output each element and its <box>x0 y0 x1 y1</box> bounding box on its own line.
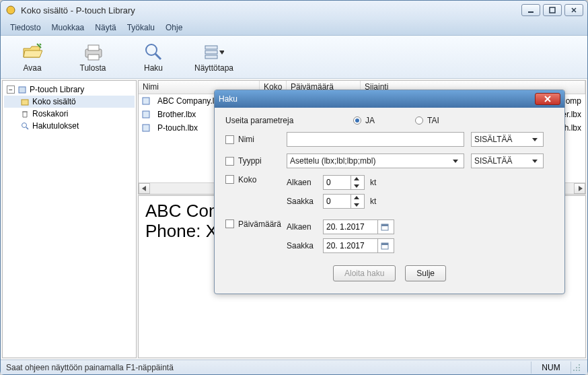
radio-or[interactable]: TAI <box>415 116 439 125</box>
menubar: Tiedosto Muokkaa Näytä Työkalu Ohje <box>1 20 587 36</box>
date-checkbox[interactable] <box>225 219 234 228</box>
type-op-value: SISÄLTÄÄ <box>474 156 512 166</box>
svg-rect-41 <box>381 243 388 245</box>
size-from-spin[interactable] <box>323 175 365 190</box>
date-subrows: Alkaen Saakka <box>287 219 394 257</box>
svg-rect-19 <box>143 111 149 118</box>
toolbar-search[interactable]: Haku <box>130 42 177 73</box>
tree-all-contents[interactable]: Koko sisältö <box>4 96 135 108</box>
name-label: Nimi <box>238 135 287 144</box>
date-to-row: Saakka <box>287 238 394 253</box>
logic-radio-group: JA TAI <box>353 116 439 125</box>
chevron-down-icon <box>352 182 361 189</box>
date-label: Päivämäärä <box>238 219 287 229</box>
spin-arrows[interactable] <box>351 176 361 189</box>
close-button[interactable] <box>564 4 583 16</box>
tree-results-label: Hakutulokset <box>32 121 79 131</box>
dialog-body: Useita parametreja JA TAI Nimi SISÄLTÄÄ <box>215 108 564 294</box>
multi-params-label: Useita parametreja <box>225 116 353 125</box>
date-to-input[interactable] <box>323 238 394 253</box>
dialog-close-button[interactable] <box>535 93 560 105</box>
tree-root[interactable]: − P-touch Library <box>4 83 135 96</box>
date-from-input[interactable] <box>323 219 394 234</box>
spin-arrows[interactable] <box>351 195 361 208</box>
menu-view[interactable]: Näytä <box>89 22 121 34</box>
start-search-button[interactable]: Aloita haku <box>333 265 396 281</box>
search-dialog: Haku Useita parametreja JA TAI Nimi <box>214 90 565 294</box>
toolbar-search-label: Haku <box>144 63 163 73</box>
svg-rect-6 <box>88 45 99 50</box>
date-to-field[interactable] <box>326 240 377 252</box>
open-folder-icon <box>22 42 42 62</box>
svg-rect-15 <box>22 100 28 105</box>
svg-point-27 <box>576 370 577 371</box>
date-row: Päivämäärä Alkaen Saakka <box>225 219 554 257</box>
type-label: Tyyppi <box>238 156 287 166</box>
toolbar: Avaa Tulosta Haku Näyttötapa <box>1 36 587 79</box>
svg-rect-11 <box>205 50 217 54</box>
svg-rect-14 <box>19 87 26 93</box>
status-num: NUM <box>531 362 571 374</box>
size-to-unit: kt <box>370 197 376 206</box>
date-from-field[interactable] <box>326 221 377 233</box>
name-checkbox[interactable] <box>225 135 234 144</box>
radio-and[interactable]: JA <box>353 116 375 125</box>
svg-line-17 <box>26 127 28 129</box>
name-op-value: SISÄLTÄÄ <box>474 135 512 144</box>
size-to-input[interactable] <box>326 195 351 207</box>
type-combo[interactable]: Asettelu (lbx;lbl;lbp;mbl) <box>287 154 464 168</box>
tree-results[interactable]: Hakutulokset <box>4 120 135 132</box>
name-op-combo[interactable]: SISÄLTÄÄ <box>471 132 544 147</box>
svg-marker-13 <box>219 50 224 55</box>
file-icon <box>141 96 151 106</box>
menu-file[interactable]: Tiedosto <box>5 22 46 34</box>
svg-marker-21 <box>142 186 146 191</box>
chevron-up-icon <box>352 176 361 182</box>
toolbar-open[interactable]: Avaa <box>9 42 56 73</box>
menu-tools[interactable]: Työkalu <box>122 22 160 34</box>
titlebar: Koko sisältö - P-touch Library <box>1 1 587 20</box>
date-from-label: Alkaen <box>287 222 318 232</box>
toolbar-viewmode[interactable]: Näyttötapa <box>190 42 237 73</box>
svg-rect-2 <box>550 7 555 13</box>
svg-rect-1 <box>528 11 534 13</box>
resize-grip-icon[interactable] <box>571 362 582 373</box>
chevron-down-icon <box>219 44 224 60</box>
type-value: Asettelu (lbx;lbl;lbp;mbl) <box>290 156 375 166</box>
tree-root-label: P-touch Library <box>30 85 84 94</box>
scroll-right-icon[interactable] <box>574 183 585 194</box>
collapse-icon[interactable]: − <box>7 86 15 94</box>
type-checkbox[interactable] <box>225 157 234 166</box>
close-icon <box>544 96 552 102</box>
name-input[interactable] <box>287 132 464 147</box>
scroll-left-icon[interactable] <box>139 183 150 194</box>
size-checkbox[interactable] <box>225 175 234 184</box>
tree-trash-label: Roskakori <box>32 109 68 118</box>
size-to-spin[interactable] <box>323 194 365 209</box>
tree-panel[interactable]: − P-touch Library Koko sisältö Roskakori… <box>2 80 137 358</box>
toolbar-print-label: Tulosta <box>80 63 106 73</box>
calendar-icon[interactable] <box>377 239 391 252</box>
svg-marker-36 <box>354 196 359 199</box>
svg-rect-39 <box>381 224 388 226</box>
svg-marker-22 <box>579 186 583 191</box>
radio-dot-icon <box>353 116 361 125</box>
radio-dot-icon <box>415 116 423 125</box>
svg-rect-18 <box>143 98 149 104</box>
size-from-input[interactable] <box>326 176 351 189</box>
maximize-button[interactable] <box>543 4 562 16</box>
chevron-down-icon <box>529 136 540 143</box>
radio-and-label: JA <box>365 116 375 125</box>
calendar-icon[interactable] <box>377 220 391 234</box>
minimize-button[interactable] <box>521 4 540 16</box>
close-dialog-button[interactable]: Sulje <box>405 265 446 281</box>
tree-trash[interactable]: Roskakori <box>4 108 135 120</box>
menu-help[interactable]: Ohje <box>160 22 188 34</box>
svg-point-0 <box>7 6 15 14</box>
name-row: Nimi SISÄLTÄÄ <box>225 132 554 147</box>
window-buttons <box>521 4 583 16</box>
toolbar-print[interactable]: Tulosta <box>69 42 116 73</box>
menu-edit[interactable]: Muokkaa <box>46 22 90 34</box>
type-op-combo[interactable]: SISÄLTÄÄ <box>471 154 544 168</box>
size-subrows: Alkaen kt Saakka <box>287 175 376 213</box>
